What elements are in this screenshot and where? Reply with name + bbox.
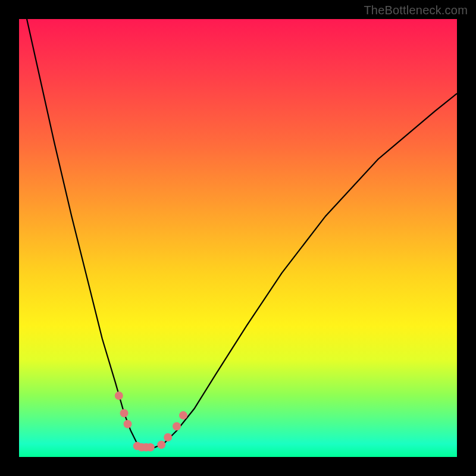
curve-marker (179, 411, 187, 419)
curve-marker (115, 392, 123, 400)
curve-marker (164, 433, 172, 441)
curve-markers (115, 392, 187, 452)
curve-marker (120, 409, 129, 417)
chart-frame: TheBottleneck.com (0, 0, 476, 476)
plot-area (19, 19, 457, 457)
watermark-text: TheBottleneck.com (364, 4, 468, 17)
curve-marker (173, 422, 181, 431)
curve-marker (124, 420, 132, 428)
curve-marker (146, 443, 155, 452)
bottleneck-curve (19, 0, 457, 448)
chart-svg (19, 19, 457, 457)
curve-marker (157, 440, 165, 449)
